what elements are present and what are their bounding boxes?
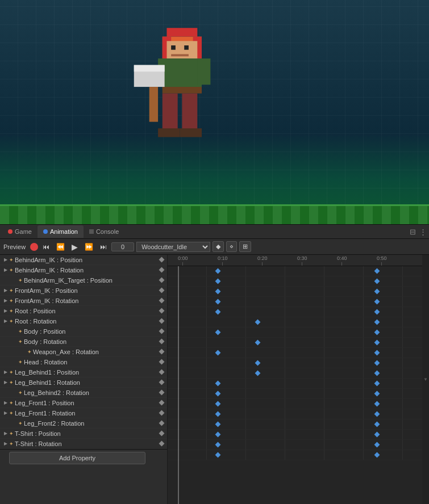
tree-row[interactable]: ▶✦FrontArm_IK : Position <box>0 285 167 296</box>
keyframe-diamond[interactable] <box>215 391 221 397</box>
keyframe-diamond[interactable] <box>215 401 221 407</box>
tree-row[interactable]: ▶✦FrontArm_IK : Rotation <box>0 296 167 306</box>
tree-row[interactable]: ▶✦Leg_Behind1 : Rotation <box>0 377 167 388</box>
tree-row[interactable]: ▶✦Leg_Front1 : Rotation <box>0 408 167 418</box>
timeline-track-row[interactable] <box>168 379 429 389</box>
tree-row-arrow[interactable]: ▶ <box>2 297 9 304</box>
settings-tool-button[interactable]: ⊞ <box>239 241 251 252</box>
tree-row[interactable]: ▶✦Leg_Front1 : Position <box>0 398 167 408</box>
keyframe-diamond[interactable] <box>215 330 221 335</box>
tree-row[interactable]: ✦Weapon_Axe : Rotation <box>0 347 167 357</box>
keyframe-button[interactable] <box>158 420 165 427</box>
timeline-track-row[interactable] <box>168 287 429 297</box>
timeline-track-row[interactable] <box>168 389 429 399</box>
keyframe-diamond[interactable] <box>374 411 380 417</box>
keyframe-button[interactable] <box>158 328 165 335</box>
keyframe-diamond[interactable] <box>215 309 221 315</box>
tree-row[interactable]: ✦Head : Rotation <box>0 357 167 367</box>
timeline-track-row[interactable] <box>168 348 429 358</box>
keyframe-button[interactable] <box>158 410 165 417</box>
timeline-track-row[interactable] <box>168 338 429 348</box>
keyframe-diamond[interactable] <box>374 330 380 335</box>
keyframe-diamond[interactable] <box>374 268 380 274</box>
keyframe-button[interactable] <box>158 379 165 386</box>
tree-row-arrow[interactable]: ▶ <box>2 440 9 447</box>
keyframe-button[interactable] <box>158 348 165 355</box>
timeline-track-row[interactable] <box>168 409 429 419</box>
keyframe-button[interactable] <box>158 297 165 304</box>
keyframe-diamond[interactable] <box>255 360 261 366</box>
tree-row-arrow[interactable] <box>11 359 18 366</box>
keyframe-button[interactable] <box>158 267 165 274</box>
timeline-track-row[interactable] <box>168 368 429 379</box>
tree-row-arrow[interactable] <box>11 338 18 345</box>
tree-row[interactable]: ▶✦Root : Rotation <box>0 316 167 326</box>
tree-row[interactable]: ▶✦Root : Position <box>0 306 167 316</box>
keyframe-diamond[interactable] <box>374 309 380 315</box>
keyframe-diamond[interactable] <box>374 279 380 284</box>
tab-game[interactable]: Game <box>2 225 38 238</box>
timeline-track-row[interactable] <box>168 266 429 276</box>
keyframe-diamond[interactable] <box>374 381 380 387</box>
timeline-track-row[interactable] <box>168 358 429 368</box>
tree-row-arrow[interactable]: ▶ <box>2 257 9 263</box>
keyframe-diamond[interactable] <box>374 289 380 295</box>
tab-menu-icon[interactable]: ⊟ <box>410 228 416 236</box>
keyframe-diamond[interactable] <box>215 350 221 356</box>
curve-tool-button[interactable]: ⋄ <box>226 241 237 252</box>
keyframe-button[interactable] <box>158 400 165 406</box>
keyframe-button[interactable] <box>158 308 165 314</box>
timeline-track-row[interactable] <box>168 450 429 460</box>
keyframe-diamond[interactable] <box>374 371 380 376</box>
keyframe-button[interactable] <box>158 277 165 284</box>
timeline-track-row[interactable] <box>168 307 429 317</box>
keyframe-diamond[interactable] <box>215 289 221 295</box>
timeline-track-row[interactable] <box>168 327 429 338</box>
timeline-track-row[interactable] <box>168 276 429 287</box>
tree-row[interactable]: ✦Body : Position <box>0 326 167 337</box>
prev-start-button[interactable]: ⏮ <box>40 242 52 252</box>
keyframe-diamond[interactable] <box>374 401 380 407</box>
prev-frame-button[interactable]: ⏪ <box>54 242 67 252</box>
keyframe-diamond[interactable] <box>215 411 221 417</box>
keyframe-diamond[interactable] <box>255 320 261 325</box>
keyframe-button[interactable] <box>158 440 165 447</box>
keyframe-diamond[interactable] <box>215 432 221 438</box>
keyframe-tool-button[interactable]: ◆ <box>213 241 224 252</box>
keyframe-button[interactable] <box>158 359 165 366</box>
keyframe-button[interactable] <box>158 338 165 345</box>
tree-row-arrow[interactable] <box>11 277 18 284</box>
keyframe-button[interactable] <box>158 257 165 263</box>
tree-row[interactable]: ✦BehindArm_IK_Target : Position <box>0 275 167 285</box>
tab-more-icon[interactable]: ⋮ <box>419 228 427 236</box>
keyframe-diamond[interactable] <box>374 350 380 356</box>
tree-row-arrow[interactable]: ▶ <box>2 267 9 274</box>
keyframe-diamond[interactable] <box>374 299 380 305</box>
keyframe-diamond[interactable] <box>215 442 221 448</box>
keyframe-button[interactable] <box>158 430 165 437</box>
keyframe-diamond[interactable] <box>374 360 380 366</box>
keyframe-button[interactable] <box>158 369 165 376</box>
tree-row-arrow[interactable]: ▶ <box>2 369 9 376</box>
tree-row-arrow[interactable]: ▶ <box>2 318 9 325</box>
keyframe-button[interactable] <box>158 287 165 294</box>
keyframe-button[interactable] <box>158 318 165 325</box>
tab-console[interactable]: Console <box>84 225 124 238</box>
keyframe-diamond[interactable] <box>374 432 380 438</box>
keyframe-diamond[interactable] <box>374 452 380 458</box>
tree-row-arrow[interactable]: ▶ <box>2 379 9 386</box>
tree-row-arrow[interactable] <box>11 389 18 396</box>
timeline-track-row[interactable] <box>168 297 429 307</box>
keyframe-diamond[interactable] <box>215 299 221 305</box>
tree-row-arrow[interactable] <box>11 328 18 335</box>
keyframe-diamond[interactable] <box>255 371 261 376</box>
next-end-button[interactable]: ⏭ <box>98 242 109 252</box>
keyframe-diamond[interactable] <box>374 442 380 448</box>
keyframe-diamond[interactable] <box>215 452 221 458</box>
keyframe-diamond[interactable] <box>215 268 221 274</box>
keyframe-diamond[interactable] <box>374 320 380 325</box>
timeline-tracks[interactable] <box>168 266 429 504</box>
tree-row-arrow[interactable]: ▶ <box>2 287 9 294</box>
keyframe-diamond[interactable] <box>215 381 221 387</box>
tree-row[interactable]: ▶✦BehindArm_IK : Position <box>0 255 167 265</box>
